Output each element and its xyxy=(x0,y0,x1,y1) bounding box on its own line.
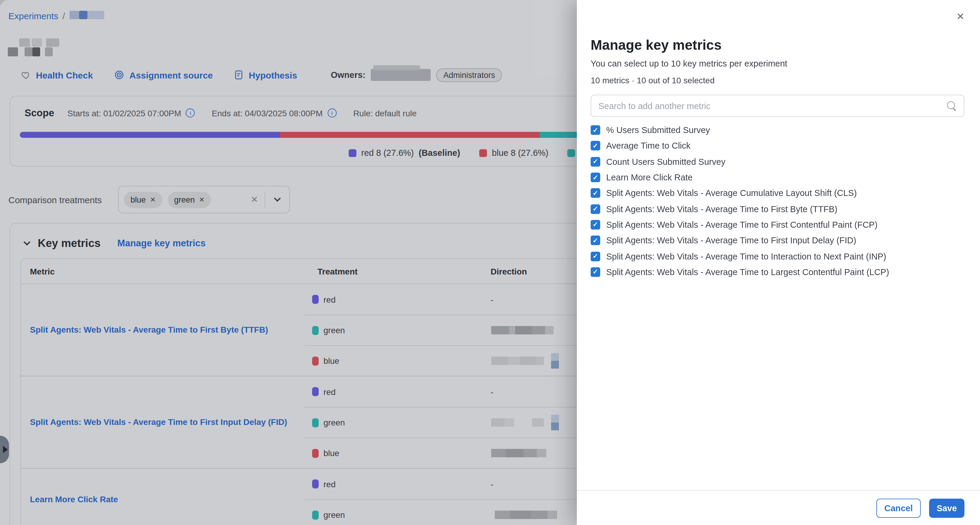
metric-option[interactable]: ✓Split Agents: Web Vitals - Average Time… xyxy=(591,233,964,249)
metric-option-label: % Users Submitted Survey xyxy=(606,125,710,135)
checkbox-checked[interactable]: ✓ xyxy=(591,236,600,245)
metric-option[interactable]: ✓Learn More Click Rate xyxy=(591,169,964,185)
checkbox-checked[interactable]: ✓ xyxy=(591,220,600,230)
metrics-count-status: 10 metrics · 10 out of 10 selected xyxy=(591,75,964,85)
screen: Experiments / Health Check Assignment so… xyxy=(0,0,980,525)
metric-option[interactable]: ✓Split Agents: Web Vitals - Average Cumu… xyxy=(591,185,964,201)
panel-subtitle: You can select up to 10 key metrics per … xyxy=(591,59,964,68)
manage-key-metrics-panel: ✕ Manage key metrics You can select up t… xyxy=(577,0,980,525)
cancel-button[interactable]: Cancel xyxy=(877,498,921,517)
metric-option[interactable]: ✓Average Time to Click xyxy=(591,138,964,154)
panel-title: Manage key metrics xyxy=(591,37,964,53)
checkbox-checked[interactable]: ✓ xyxy=(591,204,600,214)
metric-option-label: Average Time to Click xyxy=(606,141,690,151)
metric-option[interactable]: ✓Split Agents: Web Vitals - Average Time… xyxy=(591,264,964,280)
check-icon: ✓ xyxy=(593,126,598,134)
metric-option-label: Split Agents: Web Vitals - Average Time … xyxy=(606,220,878,230)
checkbox-checked[interactable]: ✓ xyxy=(591,157,600,166)
check-icon: ✓ xyxy=(593,268,598,276)
metric-option-label: Split Agents: Web Vitals - Average Time … xyxy=(606,236,856,245)
metric-search-box[interactable] xyxy=(591,95,964,117)
metric-option[interactable]: ✓% Users Submitted Survey xyxy=(591,122,964,138)
metric-option-label: Count Users Submitted Survey xyxy=(606,157,725,166)
metric-option-label: Split Agents: Web Vitals - Average Time … xyxy=(606,267,889,277)
metric-option-label: Split Agents: Web Vitals - Average Cumul… xyxy=(606,188,857,198)
metric-option[interactable]: ✓Count Users Submitted Survey xyxy=(591,154,964,169)
check-icon: ✓ xyxy=(593,252,598,260)
search-icon[interactable] xyxy=(947,101,957,111)
check-icon: ✓ xyxy=(593,189,598,197)
metric-option-label: Learn More Click Rate xyxy=(606,172,693,182)
check-icon: ✓ xyxy=(593,205,598,213)
panel-footer: Cancel Save xyxy=(577,490,980,525)
checkbox-checked[interactable]: ✓ xyxy=(591,125,600,135)
metric-option[interactable]: ✓Split Agents: Web Vitals - Average Time… xyxy=(591,201,964,217)
close-icon[interactable]: ✕ xyxy=(956,11,964,22)
save-button[interactable]: Save xyxy=(929,498,964,517)
checkbox-checked[interactable]: ✓ xyxy=(591,172,600,182)
check-icon: ✓ xyxy=(593,174,598,181)
check-icon: ✓ xyxy=(593,221,598,229)
metric-option-label: Split Agents: Web Vitals - Average Time … xyxy=(606,204,837,214)
metric-option[interactable]: ✓Split Agents: Web Vitals - Average Time… xyxy=(591,249,964,264)
metric-option-label: Split Agents: Web Vitals - Average Time … xyxy=(606,251,886,261)
metric-search-input[interactable] xyxy=(598,101,947,110)
checkbox-checked[interactable]: ✓ xyxy=(591,141,600,151)
check-icon: ✓ xyxy=(593,158,598,165)
metric-option[interactable]: ✓Split Agents: Web Vitals - Average Time… xyxy=(591,217,964,233)
metric-options-list: ✓% Users Submitted Survey ✓Average Time … xyxy=(591,122,964,280)
check-icon: ✓ xyxy=(593,236,598,244)
check-icon: ✓ xyxy=(593,142,598,150)
checkbox-checked[interactable]: ✓ xyxy=(591,267,600,277)
checkbox-checked[interactable]: ✓ xyxy=(591,251,600,261)
checkbox-checked[interactable]: ✓ xyxy=(591,188,600,198)
